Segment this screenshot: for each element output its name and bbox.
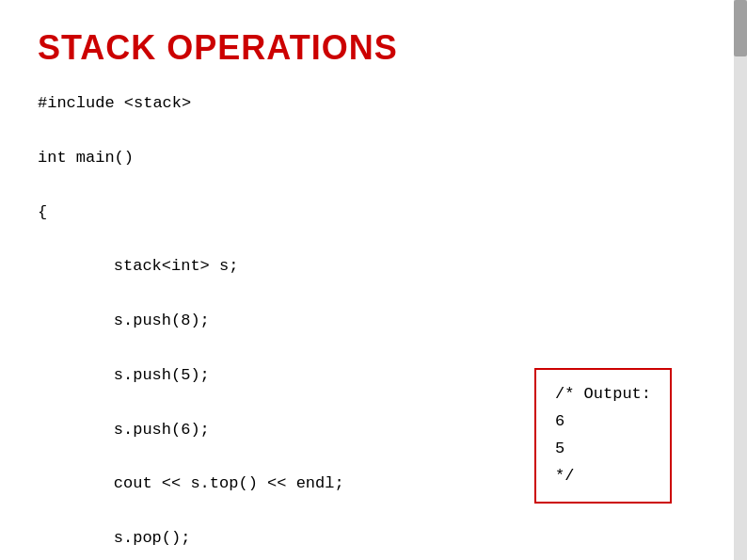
slide-container: STACK OPERATIONS #include <stack> int ma… xyxy=(0,0,747,560)
output-val1: 6 xyxy=(555,412,564,430)
scrollbar-thumb[interactable] xyxy=(734,0,747,56)
scrollbar[interactable] xyxy=(734,0,747,560)
code-line-blank-1 xyxy=(38,118,709,145)
code-line-4: stack<int> s; xyxy=(38,253,709,280)
code-line-2: int main() xyxy=(38,145,709,172)
code-line-3: { xyxy=(38,200,709,227)
output-label: /* Output: xyxy=(555,385,651,403)
code-line-blank-5 xyxy=(38,335,709,362)
code-line-blank-4 xyxy=(38,280,709,308)
code-line-1: #include <stack> xyxy=(38,90,709,118)
output-box: /* Output: 6 5 */ xyxy=(534,368,672,504)
code-line-9: s.pop(); xyxy=(38,525,709,552)
output-val2: 5 xyxy=(555,440,564,457)
slide-title: STACK OPERATIONS xyxy=(38,28,709,68)
code-line-blank-2 xyxy=(38,172,709,200)
code-line-blank-9 xyxy=(38,552,709,560)
code-line-5: s.push(8); xyxy=(38,308,709,335)
code-line-blank-3 xyxy=(38,226,709,253)
output-close: */ xyxy=(555,467,574,485)
